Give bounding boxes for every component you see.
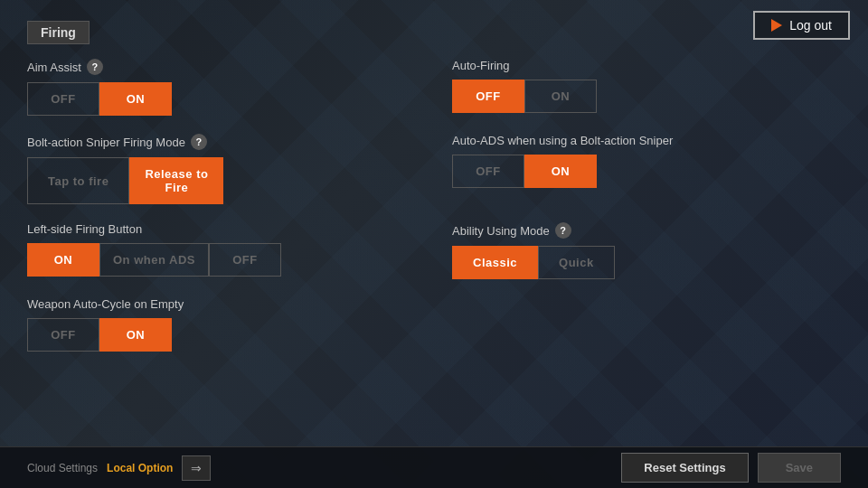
left-side-ads-button[interactable]: On when ADS xyxy=(99,243,209,277)
left-side-off-button[interactable]: OFF xyxy=(209,243,281,277)
ability-using-toggle-group: Classic Quick xyxy=(452,246,841,279)
ability-quick-button[interactable]: Quick xyxy=(538,246,615,279)
bolt-action-label: Bolt-action Sniper Firing Mode ? xyxy=(27,134,416,150)
left-side-firing-label: Left-side Firing Button xyxy=(27,222,416,236)
ability-using-help-icon[interactable]: ? xyxy=(555,222,571,239)
ability-using-label: Ability Using Mode ? xyxy=(452,222,841,239)
empty-right-slot xyxy=(452,297,841,352)
left-side-on-button[interactable]: ON xyxy=(27,243,99,277)
auto-firing-toggle-group: OFF ON xyxy=(452,80,841,113)
weapon-auto-cycle-toggle-group: OFF ON xyxy=(27,318,416,352)
auto-ads-off-button[interactable]: OFF xyxy=(452,155,524,188)
auto-ads-toggle-group: OFF ON xyxy=(452,155,841,188)
auto-ads-setting: Auto-ADS when using a Bolt-action Sniper… xyxy=(452,134,841,204)
bolt-action-help-icon[interactable]: ? xyxy=(191,134,207,150)
logout-button[interactable]: Log out xyxy=(753,11,850,40)
bolt-action-toggle-group: Tap to fire Release toFire xyxy=(27,157,416,204)
weapon-auto-cycle-label: Weapon Auto-Cycle on Empty xyxy=(27,297,416,311)
auto-firing-off-button[interactable]: OFF xyxy=(452,80,524,113)
auto-firing-label: Auto-Firing xyxy=(452,59,841,72)
auto-firing-setting: Auto-Firing OFF ON xyxy=(452,59,841,116)
aim-assist-label: Aim Assist ? xyxy=(27,59,416,75)
play-store-icon xyxy=(771,19,782,32)
weapon-auto-cycle-setting: Weapon Auto-Cycle on Empty OFF ON xyxy=(27,297,416,352)
logout-label: Log out xyxy=(789,18,832,33)
bolt-action-tap-button[interactable]: Tap to fire xyxy=(27,157,129,204)
weapon-auto-cycle-on-button[interactable]: ON xyxy=(99,318,172,352)
bolt-action-release-button[interactable]: Release toFire xyxy=(129,157,223,204)
aim-assist-off-button[interactable]: OFF xyxy=(27,82,99,116)
aim-assist-on-button[interactable]: ON xyxy=(99,82,172,116)
ability-classic-button[interactable]: Classic xyxy=(452,246,538,279)
settings-grid: Aim Assist ? OFF ON Auto-Firing OFF ON B… xyxy=(27,59,841,370)
aim-assist-help-icon[interactable]: ? xyxy=(87,59,103,75)
aim-assist-toggle-group: OFF ON xyxy=(27,82,416,116)
section-title: Firing xyxy=(27,21,90,44)
aim-assist-setting: Aim Assist ? OFF ON xyxy=(27,59,416,116)
left-side-firing-toggle-group: ON On when ADS OFF xyxy=(27,243,416,277)
auto-firing-on-button[interactable]: ON xyxy=(524,80,597,113)
ability-using-setting: Ability Using Mode ? Classic Quick xyxy=(452,222,841,279)
left-side-firing-setting: Left-side Firing Button ON On when ADS O… xyxy=(27,222,416,279)
bolt-action-setting: Bolt-action Sniper Firing Mode ? Tap to … xyxy=(27,134,416,204)
weapon-auto-cycle-off-button[interactable]: OFF xyxy=(27,318,99,352)
auto-ads-on-button[interactable]: ON xyxy=(524,155,597,188)
auto-ads-label: Auto-ADS when using a Bolt-action Sniper xyxy=(452,134,841,147)
